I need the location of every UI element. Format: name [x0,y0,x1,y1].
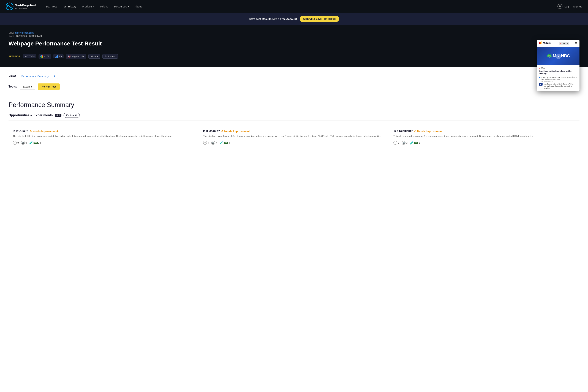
rerun-button[interactable]: Re-Run Test [38,84,60,90]
camera-icon: 📷 [211,141,215,145]
preview-header: MSNBC ● LIVE TV ☰ [537,40,580,48]
article-text: Everything we know about the Jan. 6 comm… [542,76,577,80]
preview-hero-logo: 🦚 M▶NBC [547,54,570,59]
svg-rect-3 [539,42,540,44]
pro-badge: Pro [414,142,418,144]
card-usable: Is it Usable? ⚠ Needs Improvement. This … [199,125,389,148]
view-select[interactable]: Performance Summary ▾ [19,73,58,79]
share-icon: ✈ [105,55,107,58]
performance-summary-section: Performance Summary Opportunities & Expe… [0,101,588,156]
view-section: View: Performance Summary ▾ Tools: Expor… [0,67,588,101]
location-name: Virginia USA [72,55,84,58]
video-text: Jan. 6 panel witness Rusty Bowers: 'What… [544,83,577,89]
signup-link[interactable]: Sign-up [573,5,582,8]
metric-item-pro: 🧪 Pro 8 [410,141,420,145]
metric-item: ⏱ 3 [394,141,400,145]
svg-point-1 [6,6,8,7]
url-value[interactable]: https://msnbc.com/ [14,32,34,34]
preview-article-1: Everything we know about the Jan. 6 comm… [539,76,577,82]
preview-news-section: ● Watch / Jan. 6 committee holds final p… [537,65,580,91]
chevron-down-icon: ▾ [93,5,95,8]
warning-icon: ⚠ [30,130,32,132]
preview-breaking: ● Watch / [539,67,577,69]
opps-divider [8,120,580,121]
metric-item: 📷 4 [211,141,217,145]
tools-row: Tools: Export ▾ Re-Run Test [8,84,580,90]
metric-item-pro: 🧪 Pro 15 [29,141,41,145]
article-dot-icon [539,77,540,78]
card-quick-desc: This site took little time to connect an… [13,134,194,138]
chevron-down-icon: ▾ [128,5,129,8]
explore-all-button[interactable]: Explore All [64,113,80,118]
date-label: DATE: [8,34,15,37]
signup-save-button[interactable]: Sign Up & Save Test Result [300,16,339,22]
logo[interactable]: WebPageTest by catchpoint [6,2,36,10]
menu-icon[interactable]: ☰ [575,42,577,45]
settings-row: SETTINGS: MOTOG4 v108 4G 🇺🇸 Virginia USA… [8,54,580,58]
card-quick: Is it Quick? ⚠ Needs Improvement. This s… [8,125,199,148]
metric-count: 9 [18,141,19,144]
metric-count: 3 [406,141,408,144]
card-quick-metrics: ⏱ 9 📷 9 🧪 Pro 15 [13,141,194,145]
card-usable-status: ⚠ Needs Improvement. [221,130,250,132]
card-resilient: Is it Resilient? ⚠ Needs Improvement. Th… [389,125,580,148]
metric-item: ⏱ 4 [203,141,209,145]
preview-hero: 🦚 M▶NBC [537,48,580,65]
pro-badge: Pro [34,142,38,144]
login-link[interactable]: Login [564,5,571,8]
metric-count: 3 [398,141,400,144]
card-quick-status: ⚠ Needs Improvement. [30,130,59,132]
view-label: View: [8,74,16,78]
chevron-down-icon: ▾ [97,55,98,58]
card-resilient-title: Is it Resilient? ⚠ Needs Improvement. [394,130,575,132]
page-title: Webpage Performance Test Result [8,40,580,47]
card-usable-desc: This site had minor layout shifts. It to… [203,134,385,138]
view-row: View: Performance Summary ▾ [8,73,580,79]
date-value: 12/19/2022, 10:19:23 AM [16,34,42,37]
top-banner: Save Test Results with a Free Account Si… [0,13,588,26]
more-button[interactable]: More ▾ [88,54,100,58]
metric-count: 9 [26,141,27,144]
metric-item: 📷 9 [21,141,27,145]
screenshot-preview: MSNBC ● LIVE TV ☰ 🦚 M▶NBC ● Watch / Jan.… [537,40,580,91]
svg-rect-6 [542,42,542,44]
view-selected: Performance Summary [22,74,49,78]
date-row: DATE: 12/19/2022, 10:19:23 AM [8,34,580,38]
banner-free: Free Account [280,18,297,20]
flask-icon: 🧪 [29,141,33,145]
nav-resources[interactable]: Resources ▾ [112,3,132,10]
export-button[interactable]: Export ▾ [20,84,35,90]
nav-actions: Login Sign-up [558,4,582,9]
nav-test-history[interactable]: Test History [60,4,79,10]
nav-about[interactable]: About [132,4,144,10]
device-name: MOTOG4 [25,55,34,58]
nav-products[interactable]: Products ▾ [80,3,97,10]
flask-icon: 🧪 [220,141,223,145]
nav-links: Start Test Test History Products ▾ Prici… [43,3,557,10]
card-resilient-metrics: ⏱ 3 📷 3 🧪 Pro 8 [394,141,575,145]
nav-start-test[interactable]: Start Test [43,4,59,10]
nav-pricing[interactable]: Pricing [98,4,111,10]
camera-icon: 📷 [21,141,25,145]
url-label: URL: [8,32,14,34]
warning-icon: ⚠ [414,130,416,132]
navbar: WebPageTest by catchpoint Start Test Tes… [0,0,588,13]
chevron-down-icon: ▾ [114,55,116,58]
banner-bold: Save Test Results [249,18,272,20]
cards-grid: Is it Quick? ⚠ Needs Improvement. This s… [8,125,580,148]
share-button[interactable]: ✈ Share ▾ [102,54,118,58]
metric-count: 15 [38,141,41,144]
metric-count: 4 [216,141,217,144]
user-icon[interactable] [558,4,562,9]
svg-text:MSNBC: MSNBC [543,42,551,44]
camera-icon: 📷 [402,141,406,145]
preview-headline: Jan. 6 committee holds final public meet… [539,70,577,75]
browser-badge: v108 [38,54,51,58]
logo-icon [6,2,14,10]
settings-label: SETTINGS: [8,55,21,58]
perf-section-title: Performance Summary [8,101,580,109]
connection-type: 4G [59,55,62,58]
flag-icon: 🇺🇸 [68,55,70,58]
device-badge: MOTOG4 [23,54,36,58]
metric-count: 4 [228,141,230,144]
